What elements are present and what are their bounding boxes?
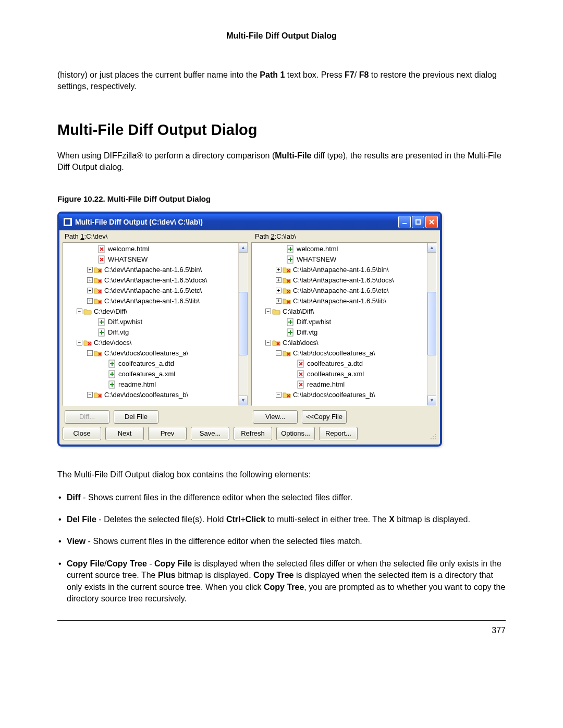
tree-item-label: WHATSNEW: [297, 255, 336, 263]
report-button[interactable]: Report...: [319, 427, 358, 440]
path1-label: Path 1:C:\dev\: [59, 230, 250, 242]
maximize-button[interactable]: [412, 216, 424, 228]
scroll-up-icon[interactable]: ▲: [239, 243, 248, 253]
intro-paragraph: (history) or just places the current buf…: [57, 69, 506, 93]
tree-item-label: C:\lab\Diff\: [283, 307, 314, 315]
scroll-down-icon[interactable]: ▼: [239, 396, 248, 405]
tree-item-label: Diff.vtg: [108, 328, 129, 336]
tree-item[interactable]: coolfeatures_a.xml: [252, 369, 436, 379]
tree-item[interactable]: +C:\lab\Ant\apache-ant-1.6.5\etc\: [252, 286, 436, 296]
folder-diff-icon: [94, 276, 102, 285]
tree-item[interactable]: +C:\dev\Ant\apache-ant-1.6.5\docs\: [63, 275, 248, 286]
close-dialog-button[interactable]: Close: [63, 427, 101, 440]
options-button[interactable]: Options...: [276, 427, 315, 440]
tree-item[interactable]: −C:\lab\Diff\: [252, 306, 436, 317]
file-x-icon: [297, 380, 305, 389]
tree-item[interactable]: −C:\dev\docs\: [63, 338, 248, 348]
expander-icon[interactable]: +: [87, 267, 93, 273]
tree-item[interactable]: Diff.vpwhist: [252, 317, 436, 327]
tree-item[interactable]: +C:\dev\Ant\apache-ant-1.6.5\lib\: [63, 296, 248, 306]
tree-item-label: C:\lab\Ant\apache-ant-1.6.5\lib\: [293, 297, 386, 305]
tree-item[interactable]: −C:\lab\docs\: [252, 338, 436, 348]
tree-item[interactable]: welcome.html: [63, 244, 248, 254]
tree-item[interactable]: Diff.vpwhist: [63, 317, 248, 327]
next-button[interactable]: Next: [105, 427, 144, 440]
scroll-down-icon[interactable]: ▼: [427, 396, 436, 405]
expander-icon[interactable]: +: [87, 298, 93, 304]
tree-item[interactable]: Diff.vtg: [63, 327, 248, 338]
expander-icon[interactable]: +: [276, 277, 282, 283]
path2-label: Path 2:C:\lab\: [250, 230, 440, 242]
text-bold: F7: [345, 70, 354, 79]
expander-icon[interactable]: +: [276, 288, 282, 293]
refresh-button[interactable]: Refresh: [234, 427, 272, 440]
expander-icon[interactable]: −: [276, 350, 282, 356]
tree-item[interactable]: WHATSNEW: [63, 254, 248, 265]
scroll-up-icon[interactable]: ▲: [427, 243, 436, 253]
folder-diff-icon: [283, 391, 291, 399]
expander-icon[interactable]: −: [265, 309, 271, 314]
tree-item[interactable]: −C:\dev\docs\coolfeatures_b\: [63, 390, 248, 400]
diff-button[interactable]: Diff...: [65, 410, 109, 424]
expander-icon[interactable]: +: [87, 288, 93, 293]
tree-item[interactable]: readme.html: [252, 379, 436, 390]
scroll-thumb[interactable]: [427, 292, 436, 355]
expander-icon[interactable]: −: [276, 392, 282, 398]
tree-item-label: coolfeatures_a.dtd: [118, 360, 174, 367]
page-number: 377: [492, 626, 506, 635]
del-file-button[interactable]: Del File: [114, 410, 158, 424]
expander-icon[interactable]: −: [87, 392, 93, 398]
expander-icon[interactable]: +: [276, 267, 282, 273]
tree-item[interactable]: +C:\dev\Ant\apache-ant-1.6.5\bin\: [63, 265, 248, 275]
copy-file-button[interactable]: <<Copy File: [302, 410, 347, 424]
folder-icon: [272, 307, 280, 316]
tree-item[interactable]: −C:\lab\docs\coolfeatures_b\: [252, 390, 436, 400]
expander-icon[interactable]: −: [87, 350, 93, 356]
tree-item-label: C:\dev\Ant\apache-ant-1.6.5\bin\: [104, 266, 202, 274]
tree-item[interactable]: Diff.vtg: [252, 327, 436, 338]
reg-mark: ®: [137, 151, 143, 160]
tree-item[interactable]: WHATSNEW: [252, 254, 436, 265]
resize-grip-icon[interactable]: [429, 432, 437, 440]
tree-item[interactable]: +C:\lab\Ant\apache-ant-1.6.5\docs\: [252, 275, 436, 286]
expander-icon[interactable]: −: [77, 309, 82, 314]
prev-button[interactable]: Prev: [148, 427, 187, 440]
tree-item[interactable]: coolfeatures_a.dtd: [252, 359, 436, 369]
tree-item[interactable]: −C:\dev\Diff\: [63, 306, 248, 317]
right-scrollbar[interactable]: ▲ ▼: [427, 243, 436, 405]
file-plus-icon: [108, 380, 116, 389]
expander-icon[interactable]: −: [265, 340, 271, 346]
titlebar[interactable]: Multi-File Diff Output (C:\dev\ C:\lab\): [59, 214, 440, 230]
expander-icon[interactable]: −: [77, 340, 82, 346]
tree-item[interactable]: +C:\lab\Ant\apache-ant-1.6.5\bin\: [252, 265, 436, 275]
tree-item-label: readme.html: [118, 380, 156, 388]
expander-icon[interactable]: +: [276, 298, 282, 304]
svg-point-77: [435, 436, 436, 437]
view-button[interactable]: View...: [253, 410, 298, 424]
tree-item-label: C:\dev\docs\coolfeatures_b\: [104, 391, 188, 399]
close-button[interactable]: [425, 216, 438, 228]
scroll-thumb[interactable]: [239, 292, 248, 355]
left-tree[interactable]: welcome.htmlWHATSNEW+C:\dev\Ant\apache-a…: [63, 242, 248, 406]
folder-diff-icon: [272, 339, 280, 347]
file-x-icon: [97, 245, 106, 253]
minimize-button[interactable]: [398, 216, 411, 228]
tree-item[interactable]: −C:\dev\docs\coolfeatures_a\: [63, 348, 248, 359]
tree-item[interactable]: readme.html: [63, 379, 248, 390]
tree-item[interactable]: +C:\lab\Ant\apache-ant-1.6.5\lib\: [252, 296, 436, 306]
folder-diff-icon: [283, 287, 291, 295]
bullet-item: View - Shows current files in the differ…: [57, 536, 506, 547]
tree-item[interactable]: welcome.html: [252, 244, 436, 254]
tree-item[interactable]: +C:\dev\Ant\apache-ant-1.6.5\etc\: [63, 286, 248, 296]
text: /: [354, 70, 359, 79]
text: Path: [65, 232, 80, 240]
tree-item[interactable]: coolfeatures_a.xml: [63, 369, 248, 379]
right-tree[interactable]: welcome.htmlWHATSNEW+C:\lab\Ant\apache-a…: [251, 242, 437, 406]
tree-item-label: welcome.html: [108, 245, 149, 253]
save-button[interactable]: Save...: [191, 427, 229, 440]
left-scrollbar[interactable]: ▲ ▼: [238, 243, 248, 405]
expander-icon[interactable]: +: [87, 277, 93, 283]
tree-item[interactable]: −C:\lab\docs\coolfeatures_a\: [252, 348, 436, 359]
file-plus-icon: [108, 360, 116, 368]
tree-item[interactable]: coolfeatures_a.dtd: [63, 359, 248, 369]
